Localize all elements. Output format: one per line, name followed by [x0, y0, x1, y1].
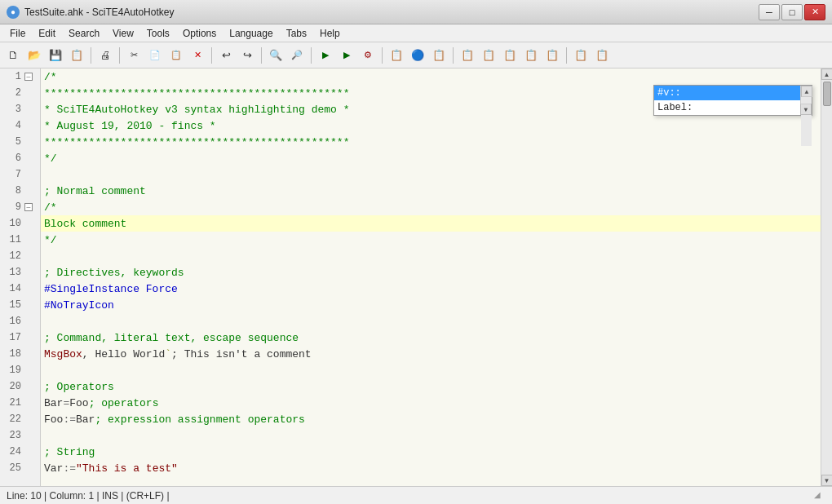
- close-button[interactable]: ✕: [804, 4, 825, 20]
- copy-button[interactable]: 📄: [145, 46, 165, 65]
- code-line[interactable]: */: [41, 150, 821, 166]
- autocomplete-popup[interactable]: #v::Label: ▲ ▼: [653, 85, 812, 116]
- ac-scroll-up[interactable]: ▲: [801, 86, 812, 97]
- run-button[interactable]: ▶: [337, 46, 356, 65]
- line-number: 5: [3, 136, 21, 148]
- minimize-button[interactable]: ─: [759, 4, 780, 20]
- menu-item-options[interactable]: Options: [176, 26, 223, 41]
- menu-item-language[interactable]: Language: [223, 26, 279, 41]
- code-segment: #SingleInstance Force: [44, 283, 178, 295]
- code-line[interactable]: [41, 248, 821, 264]
- line-number-row: 5: [0, 134, 40, 150]
- editor-area: 1─23456789─10111213141516171819202122232…: [0, 69, 832, 486]
- scrollbar-track[interactable]: [821, 80, 832, 475]
- menu-item-search[interactable]: Search: [62, 26, 106, 41]
- code-line[interactable]: [41, 362, 821, 378]
- code-line[interactable]: #SingleInstance Force: [41, 281, 821, 297]
- scrollbar-thumb[interactable]: [823, 82, 831, 106]
- resize-grip[interactable]: ◢: [814, 490, 825, 502]
- code-line[interactable]: Block comment: [41, 215, 821, 232]
- code-line[interactable]: ; Operators: [41, 378, 821, 395]
- fold-icon[interactable]: ─: [24, 73, 33, 81]
- menu-item-file[interactable]: File: [3, 26, 32, 41]
- code-content[interactable]: /* *************************************…: [41, 69, 821, 486]
- tool4-button[interactable]: 📋: [458, 46, 477, 65]
- line-number-row: 22: [0, 411, 40, 427]
- code-line[interactable]: * August 19, 2010 - fincs *: [41, 117, 821, 134]
- fold-icon[interactable]: ─: [24, 203, 33, 211]
- tool10-button[interactable]: 📋: [592, 46, 612, 65]
- undo-button[interactable]: ↩: [216, 46, 236, 65]
- code-line[interactable]: /*: [41, 69, 821, 85]
- print-button[interactable]: 🖨: [95, 46, 115, 65]
- code-editor[interactable]: /* *************************************…: [41, 69, 821, 486]
- toolbar: 🗋 📂 💾 📋 🖨 ✂ 📄 📋 ✕ ↩ ↪ 🔍 🔎 ▶ ▶ ⚙ 📋 🔵 📋 📋 …: [0, 42, 832, 69]
- code-line[interactable]: ; String: [41, 444, 821, 460]
- cut-button[interactable]: ✂: [124, 46, 144, 65]
- scroll-down-arrow[interactable]: ▼: [821, 475, 833, 486]
- tool5-button[interactable]: 📋: [479, 46, 498, 65]
- save-as-button[interactable]: 📋: [67, 46, 86, 65]
- save-button[interactable]: 💾: [46, 46, 65, 65]
- code-line[interactable]: ****************************************…: [41, 134, 821, 150]
- code-line[interactable]: /*: [41, 199, 821, 215]
- code-line[interactable]: [41, 313, 821, 329]
- tool6-button[interactable]: 📋: [500, 46, 520, 65]
- no-fold-spacer: [24, 138, 33, 146]
- stop-button[interactable]: ⚙: [358, 46, 378, 65]
- toolbar-separator-8: [566, 47, 567, 64]
- compile-button[interactable]: ▶: [316, 46, 335, 65]
- line-number-row: 15: [0, 297, 40, 313]
- code-line[interactable]: MsgBox, Hello World `; This isn't a comm…: [41, 346, 821, 362]
- code-line[interactable]: ; Normal comment: [41, 183, 821, 199]
- code-line[interactable]: [41, 427, 821, 444]
- tool7-button[interactable]: 📋: [521, 46, 541, 65]
- tool3-button[interactable]: 📋: [429, 46, 449, 65]
- menu-item-tools[interactable]: Tools: [140, 26, 176, 41]
- maximize-button[interactable]: □: [781, 4, 803, 20]
- line-number: 23: [3, 430, 21, 441]
- no-fold-spacer: [24, 154, 33, 162]
- tool8-button[interactable]: 📋: [542, 46, 562, 65]
- code-line[interactable]: ; Directives, keywords: [41, 264, 821, 281]
- menu-item-view[interactable]: View: [106, 26, 140, 41]
- code-line[interactable]: Var := "This is a test": [41, 460, 821, 476]
- find-button[interactable]: 🔍: [266, 46, 285, 65]
- scroll-up-arrow[interactable]: ▲: [821, 69, 833, 80]
- find-next-button[interactable]: 🔎: [287, 46, 307, 65]
- code-line[interactable]: */: [41, 232, 821, 248]
- redo-button[interactable]: ↪: [237, 46, 257, 65]
- code-line[interactable]: ; Command, literal text, escape sequence: [41, 329, 821, 346]
- new-button[interactable]: 🗋: [3, 46, 23, 65]
- tool2-button[interactable]: 🔵: [408, 46, 427, 65]
- code-line[interactable]: Foo := Bar ; expression assignment opera…: [41, 411, 821, 427]
- no-fold-spacer: [24, 122, 33, 130]
- code-segment: * August 19, 2010 - fincs *: [44, 120, 216, 132]
- editor-scrollbar[interactable]: ▲ ▼: [821, 69, 832, 486]
- code-line[interactable]: [41, 166, 821, 183]
- delete-button[interactable]: ✕: [188, 46, 207, 65]
- code-line[interactable]: #NoTrayIcon: [41, 297, 821, 313]
- line-number-row: 7: [0, 166, 40, 183]
- autocomplete-item[interactable]: #v::: [654, 86, 800, 100]
- no-fold-spacer: [24, 464, 33, 472]
- line-number: 8: [3, 185, 21, 197]
- menu-item-help[interactable]: Help: [313, 26, 347, 41]
- line-number: 25: [3, 462, 21, 474]
- line-number-row: 21: [0, 395, 40, 411]
- menu-item-tabs[interactable]: Tabs: [280, 26, 313, 41]
- ac-scroll-down[interactable]: ▼: [800, 104, 812, 115]
- line-number: 20: [3, 381, 21, 392]
- tool1-button[interactable]: 📋: [387, 46, 406, 65]
- no-fold-spacer: [24, 317, 33, 325]
- autocomplete-item[interactable]: Label:: [654, 100, 800, 115]
- no-fold-spacer: [24, 350, 33, 358]
- open-button[interactable]: 📂: [24, 46, 44, 65]
- code-line[interactable]: Bar = Foo ; operators: [41, 395, 821, 411]
- menu-item-edit[interactable]: Edit: [32, 26, 62, 41]
- line-number-row: 4: [0, 117, 40, 134]
- code-segment: Foo: [44, 413, 63, 426]
- line-number-row: 13: [0, 264, 40, 281]
- paste-button[interactable]: 📋: [166, 46, 186, 65]
- tool9-button[interactable]: 📋: [571, 46, 591, 65]
